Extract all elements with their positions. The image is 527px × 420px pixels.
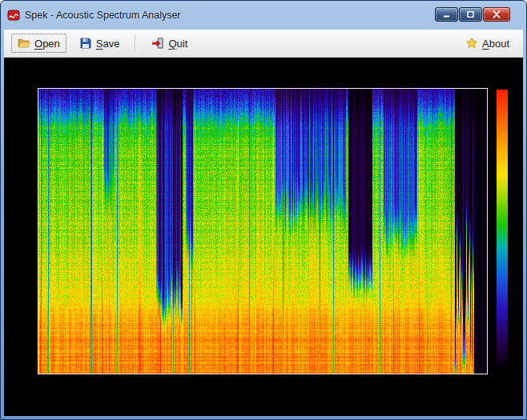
about-button[interactable]: About xyxy=(459,34,516,53)
quit-button[interactable]: Quit xyxy=(145,34,194,53)
spectrogram-canvas xyxy=(38,88,488,374)
close-icon xyxy=(492,9,501,21)
toolbar-separator xyxy=(135,34,136,52)
window-controls xyxy=(435,7,510,22)
open-button[interactable]: Open xyxy=(11,34,66,53)
window: Spek - Acoustic Spectrum Analyser xyxy=(0,0,527,420)
star-icon xyxy=(465,37,478,50)
quit-label: Quit xyxy=(168,38,187,50)
content-area xyxy=(4,58,523,416)
open-folder-icon xyxy=(18,37,30,50)
color-scale-legend xyxy=(497,90,508,371)
minimize-button[interactable] xyxy=(435,7,458,22)
toolbar: Open Save Quit xyxy=(4,30,523,58)
about-label: About xyxy=(482,38,509,50)
titlebar[interactable]: Spek - Acoustic Spectrum Analyser xyxy=(4,1,523,30)
window-title: Spek - Acoustic Spectrum Analyser xyxy=(25,10,181,21)
app-icon xyxy=(7,9,20,22)
close-button[interactable] xyxy=(483,7,510,22)
floppy-disk-icon xyxy=(79,37,92,50)
open-label: Open xyxy=(34,38,60,50)
save-label: Save xyxy=(96,38,120,50)
minimize-icon xyxy=(442,9,451,21)
maximize-icon xyxy=(466,9,475,21)
exit-door-icon xyxy=(151,37,164,50)
maximize-button[interactable] xyxy=(459,7,482,22)
save-button[interactable]: Save xyxy=(73,34,127,53)
